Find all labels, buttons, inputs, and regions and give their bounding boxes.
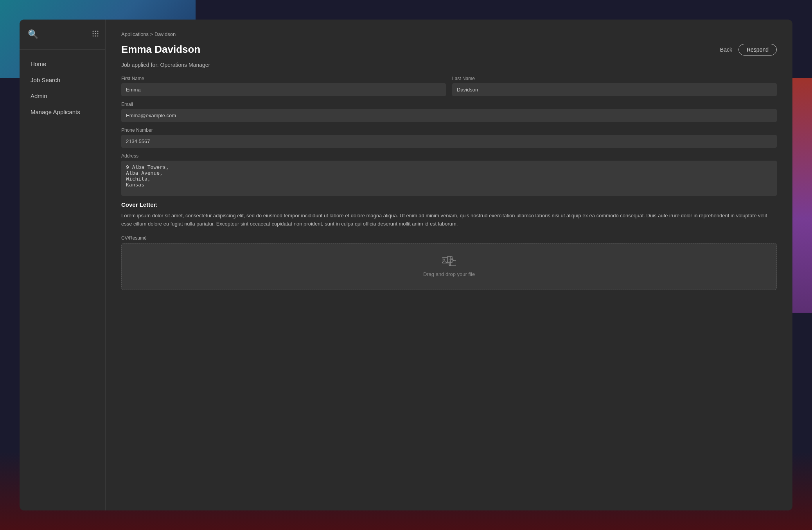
- svg-point-4: [95, 33, 96, 34]
- email-input[interactable]: [121, 109, 777, 122]
- name-row: First Name Last Name: [121, 76, 777, 96]
- svg-point-7: [95, 35, 96, 36]
- header-actions: Back Respond: [720, 44, 777, 56]
- cover-letter-body: Lorem ipsum dolor sit amet, consectetur …: [121, 212, 777, 228]
- cv-label: CV/Resumé: [121, 235, 777, 241]
- svg-point-3: [93, 33, 94, 34]
- grid-icon[interactable]: [92, 30, 99, 39]
- svg-point-8: [97, 35, 99, 36]
- svg-point-1: [95, 30, 96, 32]
- respond-button[interactable]: Respond: [738, 44, 777, 56]
- cv-drop-text: Drag and drop your file: [423, 271, 475, 277]
- phone-group: Phone Number: [121, 127, 777, 148]
- first-name-group: First Name: [121, 76, 446, 96]
- main-content-area: Applications > Davidson Emma Davidson Ba…: [106, 20, 792, 510]
- phone-label: Phone Number: [121, 127, 777, 133]
- main-window: 🔍 Home Job Sea: [20, 20, 792, 510]
- svg-point-6: [93, 35, 94, 36]
- cover-letter-title: Cover Letter:: [121, 201, 777, 208]
- address-group: Address: [121, 153, 777, 196]
- sidebar-item-manage-applicants[interactable]: Manage Applicants: [23, 105, 102, 119]
- svg-point-2: [97, 30, 99, 32]
- address-textarea[interactable]: [121, 161, 777, 196]
- first-name-input[interactable]: [121, 83, 446, 96]
- sidebar-item-job-search[interactable]: Job Search: [23, 73, 102, 87]
- email-row: Email: [121, 102, 777, 122]
- address-row: Address: [121, 153, 777, 196]
- cv-upload-icons: [442, 256, 456, 267]
- page-header: Emma Davidson Back Respond: [121, 43, 777, 56]
- address-label: Address: [121, 153, 777, 159]
- cv-dropzone[interactable]: Drag and drop your file: [121, 243, 777, 290]
- last-name-group: Last Name: [452, 76, 777, 96]
- phone-input[interactable]: [121, 135, 777, 148]
- svg-point-0: [93, 30, 94, 32]
- first-name-label: First Name: [121, 76, 446, 81]
- svg-point-5: [97, 33, 99, 34]
- page-title: Emma Davidson: [121, 43, 200, 56]
- sidebar-nav: Home Job Search Admin Manage Applicants: [20, 50, 105, 126]
- job-applied-info: Job applied for: Operations Manager: [121, 62, 777, 68]
- email-group: Email: [121, 102, 777, 122]
- last-name-input[interactable]: [452, 83, 777, 96]
- sidebar-item-home[interactable]: Home: [23, 57, 102, 71]
- logo-icon: 🔍: [26, 27, 40, 41]
- svg-point-10: [443, 259, 445, 260]
- email-label: Email: [121, 102, 777, 107]
- last-name-label: Last Name: [452, 76, 777, 81]
- phone-row: Phone Number: [121, 127, 777, 148]
- sidebar-header: 🔍: [20, 20, 105, 50]
- back-button[interactable]: Back: [720, 47, 732, 53]
- sidebar: 🔍 Home Job Sea: [20, 20, 106, 510]
- breadcrumb: Applications > Davidson: [121, 31, 777, 37]
- sidebar-item-admin[interactable]: Admin: [23, 89, 102, 103]
